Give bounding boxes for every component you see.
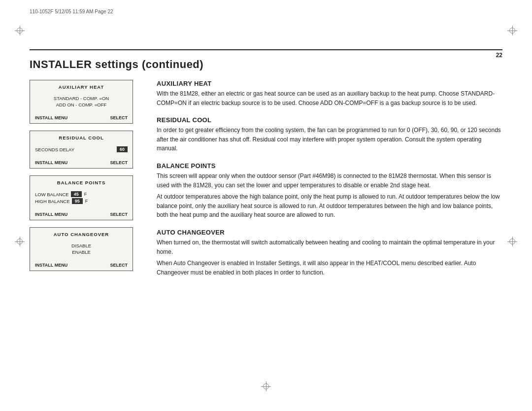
lcd-res-value: 60 (117, 146, 128, 152)
lcd-res-title: RESIDUAL COOL (35, 135, 128, 140)
section-aux-body: With the 81M28, either an electric or ga… (157, 89, 502, 107)
lcd-aux-line2: ADD ON - COMP. =OFF (35, 102, 128, 107)
lcd-bal-high-row: HIGH BALANCE 95 F (35, 198, 128, 204)
left-col: AUXILIARY HEAT STANDARD - COMP. =ON ADD … (30, 80, 143, 271)
section-res-body: In order to get greater efficiency from … (157, 126, 502, 153)
lcd-aux-install-menu: INSTALL MENU (35, 115, 67, 120)
lcd-aux-line1: STANDARD - COMP. =ON (35, 96, 128, 101)
lcd-bal-low-row: LOW BALANCE 45 F (35, 191, 128, 197)
lcd-auto-select: SELECT (110, 263, 128, 268)
meta-line: 110-1052F 5/12/05 11:59 AM Page 22 (30, 9, 113, 14)
lcd-auto-changeover: AUTO CHANGEOVER DISABLE ENABLE INSTALL M… (30, 227, 133, 271)
two-col: AUXILIARY HEAT STANDARD - COMP. =ON ADD … (30, 80, 502, 286)
section-balance-points: BALANCE POINTS This screen will appear o… (157, 162, 502, 220)
lcd-bal-high-value: 95 (72, 198, 83, 204)
section-bal-title: BALANCE POINTS (157, 162, 502, 170)
top-rule (30, 49, 502, 50)
lcd-aux-select: SELECT (110, 115, 128, 120)
lcd-res-label: SECONDS DELAY (35, 147, 74, 152)
section-residual-cool: RESIDUAL COOL In order to get greater ef… (157, 116, 502, 153)
lcd-res-select: SELECT (110, 160, 128, 165)
lcd-aux-footer: INSTALL MENU SELECT (35, 115, 128, 120)
lcd-auto-footer: INSTALL MENU SELECT (35, 263, 128, 268)
lcd-auto-line1: DISABLE (35, 243, 128, 248)
lcd-bal-low-unit: F (84, 192, 87, 197)
section-res-title: RESIDUAL COOL (157, 116, 502, 124)
section-bal-body1: This screen will appear only when the ou… (157, 171, 502, 190)
lcd-bal-title: BALANCE POINTS (35, 180, 128, 185)
lcd-bal-high-unit: F (85, 199, 88, 204)
lcd-auto-line2: ENABLE (35, 249, 128, 255)
lcd-auto-title: AUTO CHANGEOVER (35, 232, 128, 237)
lcd-aux-title: AUXILIARY HEAT (35, 84, 128, 90)
lcd-bal-select: SELECT (110, 212, 128, 217)
lcd-balance-points: BALANCE POINTS LOW BALANCE 45 F HIGH BAL… (30, 175, 133, 220)
section-auxiliary-heat: AUXILIARY HEAT With the 81M28, either an… (157, 80, 502, 107)
crosshair-top-left (15, 26, 25, 35)
lcd-bal-low-value: 45 (71, 191, 82, 197)
lcd-res-footer: INSTALL MENU SELECT (35, 160, 128, 165)
lcd-auxiliary-heat: AUXILIARY HEAT STANDARD - COMP. =ON ADD … (30, 80, 133, 124)
crosshair-mid-left (15, 237, 25, 246)
lcd-bal-high-label: HIGH BALANCE (35, 199, 70, 204)
page-number: 22 (496, 52, 502, 59)
crosshair-top-right (507, 26, 517, 35)
section-auto-body1: When turned on, the thermostat will swit… (157, 238, 502, 256)
lcd-residual-cool: RESIDUAL COOL SECONDS DELAY 60 INSTALL M… (30, 131, 133, 169)
lcd-bal-low-label: LOW BALANCE (35, 192, 69, 197)
lcd-res-install-menu: INSTALL MENU (35, 160, 67, 165)
lcd-bal-footer: INSTALL MENU SELECT (35, 212, 128, 217)
crosshair-mid-right (507, 237, 517, 246)
lcd-res-row: SECONDS DELAY 60 (35, 146, 128, 152)
section-bal-body2: At outdoor temperatures above the high b… (157, 192, 502, 220)
section-auto-body2: When Auto Changeover is enabled in Insta… (157, 259, 502, 277)
section-aux-title: AUXILIARY HEAT (157, 80, 502, 87)
page-title: INSTALLER settings (continued) (30, 58, 502, 71)
section-auto-title: AUTO CHANGEOVER (157, 229, 502, 236)
section-auto-changeover: AUTO CHANGEOVER When turned on, the ther… (157, 229, 502, 277)
crosshair-bottom-center (261, 381, 271, 391)
lcd-bal-install-menu: INSTALL MENU (35, 212, 67, 217)
page-wrapper: 110-1052F 5/12/05 11:59 AM Page 22 22 IN… (0, 0, 532, 411)
right-col: AUXILIARY HEAT With the 81M28, either an… (157, 80, 502, 286)
lcd-auto-install-menu: INSTALL MENU (35, 263, 67, 268)
main-content: INSTALLER settings (continued) AUXILIARY… (30, 58, 502, 286)
